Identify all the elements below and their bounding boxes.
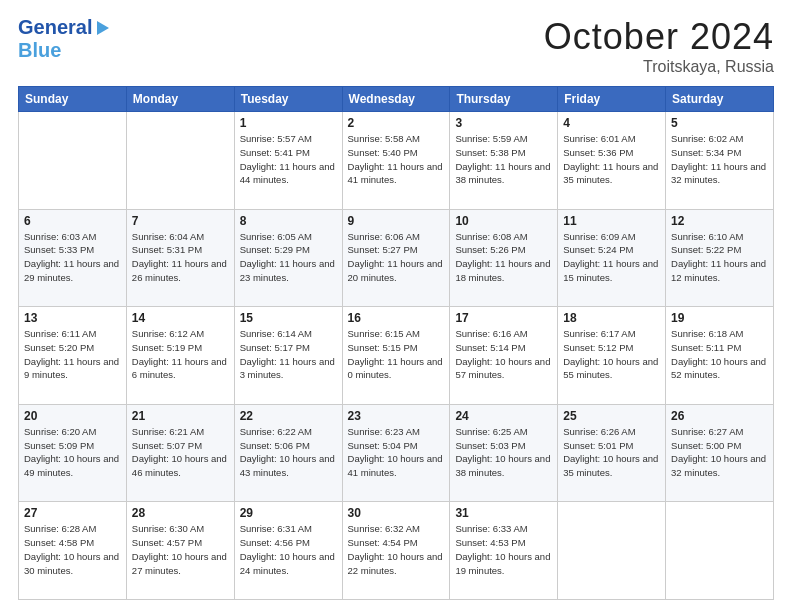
table-row: 10Sunrise: 6:08 AMSunset: 5:26 PMDayligh…	[450, 209, 558, 307]
day-info: Sunrise: 6:31 AMSunset: 4:56 PMDaylight:…	[240, 522, 337, 577]
day-info: Sunrise: 6:26 AMSunset: 5:01 PMDaylight:…	[563, 425, 660, 480]
day-number: 3	[455, 116, 552, 130]
col-sunday: Sunday	[19, 87, 127, 112]
col-thursday: Thursday	[450, 87, 558, 112]
day-info: Sunrise: 5:57 AMSunset: 5:41 PMDaylight:…	[240, 132, 337, 187]
table-row: 26Sunrise: 6:27 AMSunset: 5:00 PMDayligh…	[666, 404, 774, 502]
day-number: 2	[348, 116, 445, 130]
table-row	[666, 502, 774, 600]
table-row: 4Sunrise: 6:01 AMSunset: 5:36 PMDaylight…	[558, 112, 666, 210]
table-row: 5Sunrise: 6:02 AMSunset: 5:34 PMDaylight…	[666, 112, 774, 210]
logo-blue-line: Blue	[18, 39, 61, 62]
table-row: 1Sunrise: 5:57 AMSunset: 5:41 PMDaylight…	[234, 112, 342, 210]
day-info: Sunrise: 6:17 AMSunset: 5:12 PMDaylight:…	[563, 327, 660, 382]
day-info: Sunrise: 6:01 AMSunset: 5:36 PMDaylight:…	[563, 132, 660, 187]
table-row: 31Sunrise: 6:33 AMSunset: 4:53 PMDayligh…	[450, 502, 558, 600]
table-row	[19, 112, 127, 210]
day-number: 17	[455, 311, 552, 325]
day-number: 11	[563, 214, 660, 228]
day-info: Sunrise: 6:11 AMSunset: 5:20 PMDaylight:…	[24, 327, 121, 382]
day-number: 24	[455, 409, 552, 423]
day-number: 16	[348, 311, 445, 325]
logo-arrow-icon	[93, 19, 111, 37]
calendar-header-row: Sunday Monday Tuesday Wednesday Thursday…	[19, 87, 774, 112]
day-info: Sunrise: 6:30 AMSunset: 4:57 PMDaylight:…	[132, 522, 229, 577]
page: General Blue October 2024 Troitskaya, Ru…	[0, 0, 792, 612]
table-row: 17Sunrise: 6:16 AMSunset: 5:14 PMDayligh…	[450, 307, 558, 405]
day-info: Sunrise: 6:06 AMSunset: 5:27 PMDaylight:…	[348, 230, 445, 285]
day-number: 22	[240, 409, 337, 423]
table-row	[558, 502, 666, 600]
table-row: 16Sunrise: 6:15 AMSunset: 5:15 PMDayligh…	[342, 307, 450, 405]
day-info: Sunrise: 6:04 AMSunset: 5:31 PMDaylight:…	[132, 230, 229, 285]
table-row: 29Sunrise: 6:31 AMSunset: 4:56 PMDayligh…	[234, 502, 342, 600]
col-wednesday: Wednesday	[342, 87, 450, 112]
day-info: Sunrise: 6:15 AMSunset: 5:15 PMDaylight:…	[348, 327, 445, 382]
table-row: 20Sunrise: 6:20 AMSunset: 5:09 PMDayligh…	[19, 404, 127, 502]
logo-image: General	[18, 16, 112, 39]
day-info: Sunrise: 6:10 AMSunset: 5:22 PMDaylight:…	[671, 230, 768, 285]
logo: General Blue	[18, 16, 112, 62]
day-info: Sunrise: 6:14 AMSunset: 5:17 PMDaylight:…	[240, 327, 337, 382]
day-info: Sunrise: 6:02 AMSunset: 5:34 PMDaylight:…	[671, 132, 768, 187]
day-number: 1	[240, 116, 337, 130]
table-row: 28Sunrise: 6:30 AMSunset: 4:57 PMDayligh…	[126, 502, 234, 600]
table-row: 8Sunrise: 6:05 AMSunset: 5:29 PMDaylight…	[234, 209, 342, 307]
day-info: Sunrise: 6:27 AMSunset: 5:00 PMDaylight:…	[671, 425, 768, 480]
day-info: Sunrise: 6:16 AMSunset: 5:14 PMDaylight:…	[455, 327, 552, 382]
day-number: 4	[563, 116, 660, 130]
day-info: Sunrise: 6:03 AMSunset: 5:33 PMDaylight:…	[24, 230, 121, 285]
day-number: 19	[671, 311, 768, 325]
table-row: 27Sunrise: 6:28 AMSunset: 4:58 PMDayligh…	[19, 502, 127, 600]
table-row	[126, 112, 234, 210]
day-info: Sunrise: 6:33 AMSunset: 4:53 PMDaylight:…	[455, 522, 552, 577]
col-tuesday: Tuesday	[234, 87, 342, 112]
table-row: 18Sunrise: 6:17 AMSunset: 5:12 PMDayligh…	[558, 307, 666, 405]
location-title: Troitskaya, Russia	[544, 58, 774, 76]
day-info: Sunrise: 6:21 AMSunset: 5:07 PMDaylight:…	[132, 425, 229, 480]
calendar-table: Sunday Monday Tuesday Wednesday Thursday…	[18, 86, 774, 600]
day-info: Sunrise: 5:59 AMSunset: 5:38 PMDaylight:…	[455, 132, 552, 187]
day-info: Sunrise: 6:09 AMSunset: 5:24 PMDaylight:…	[563, 230, 660, 285]
calendar-week-row: 13Sunrise: 6:11 AMSunset: 5:20 PMDayligh…	[19, 307, 774, 405]
title-block: October 2024 Troitskaya, Russia	[544, 16, 774, 76]
calendar-week-row: 6Sunrise: 6:03 AMSunset: 5:33 PMDaylight…	[19, 209, 774, 307]
day-info: Sunrise: 6:23 AMSunset: 5:04 PMDaylight:…	[348, 425, 445, 480]
calendar-week-row: 1Sunrise: 5:57 AMSunset: 5:41 PMDaylight…	[19, 112, 774, 210]
day-number: 27	[24, 506, 121, 520]
day-number: 28	[132, 506, 229, 520]
day-info: Sunrise: 6:08 AMSunset: 5:26 PMDaylight:…	[455, 230, 552, 285]
day-number: 10	[455, 214, 552, 228]
day-number: 23	[348, 409, 445, 423]
table-row: 2Sunrise: 5:58 AMSunset: 5:40 PMDaylight…	[342, 112, 450, 210]
day-number: 26	[671, 409, 768, 423]
table-row: 12Sunrise: 6:10 AMSunset: 5:22 PMDayligh…	[666, 209, 774, 307]
day-number: 30	[348, 506, 445, 520]
day-number: 14	[132, 311, 229, 325]
col-friday: Friday	[558, 87, 666, 112]
logo-blue-text: Blue	[18, 39, 61, 61]
table-row: 6Sunrise: 6:03 AMSunset: 5:33 PMDaylight…	[19, 209, 127, 307]
table-row: 9Sunrise: 6:06 AMSunset: 5:27 PMDaylight…	[342, 209, 450, 307]
svg-marker-0	[97, 21, 109, 35]
day-info: Sunrise: 6:18 AMSunset: 5:11 PMDaylight:…	[671, 327, 768, 382]
table-row: 25Sunrise: 6:26 AMSunset: 5:01 PMDayligh…	[558, 404, 666, 502]
table-row: 19Sunrise: 6:18 AMSunset: 5:11 PMDayligh…	[666, 307, 774, 405]
day-info: Sunrise: 6:25 AMSunset: 5:03 PMDaylight:…	[455, 425, 552, 480]
day-number: 18	[563, 311, 660, 325]
day-number: 20	[24, 409, 121, 423]
table-row: 7Sunrise: 6:04 AMSunset: 5:31 PMDaylight…	[126, 209, 234, 307]
month-title: October 2024	[544, 16, 774, 58]
col-monday: Monday	[126, 87, 234, 112]
day-number: 15	[240, 311, 337, 325]
day-info: Sunrise: 6:20 AMSunset: 5:09 PMDaylight:…	[24, 425, 121, 480]
logo-general-text: General	[18, 16, 92, 39]
day-number: 5	[671, 116, 768, 130]
day-number: 13	[24, 311, 121, 325]
header: General Blue October 2024 Troitskaya, Ru…	[18, 16, 774, 76]
table-row: 13Sunrise: 6:11 AMSunset: 5:20 PMDayligh…	[19, 307, 127, 405]
day-info: Sunrise: 6:28 AMSunset: 4:58 PMDaylight:…	[24, 522, 121, 577]
table-row: 21Sunrise: 6:21 AMSunset: 5:07 PMDayligh…	[126, 404, 234, 502]
calendar-week-row: 20Sunrise: 6:20 AMSunset: 5:09 PMDayligh…	[19, 404, 774, 502]
day-number: 12	[671, 214, 768, 228]
